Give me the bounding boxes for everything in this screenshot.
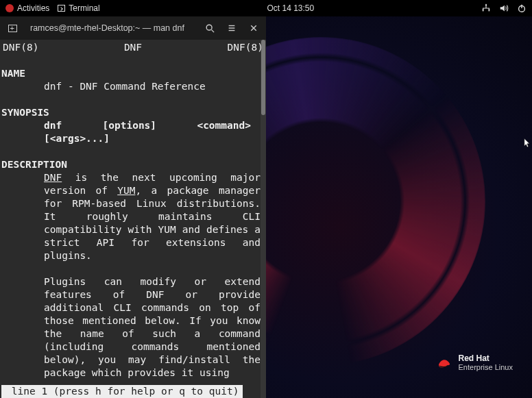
section-description: DESCRIPTION bbox=[1, 158, 265, 171]
brand-line2: Enterprise Linux bbox=[459, 363, 513, 372]
activities-label: Activities bbox=[17, 3, 49, 13]
scrollbar-thumb[interactable] bbox=[261, 40, 265, 115]
system-tray bbox=[481, 3, 527, 13]
clock-label: Oct 14 13:50 bbox=[267, 3, 314, 13]
desc-paragraph-1: DNF is the next upcoming major version o… bbox=[1, 171, 265, 262]
terminal-icon bbox=[58, 5, 65, 12]
synopsis-line1: dnf [options] <command> bbox=[1, 119, 265, 132]
close-button[interactable] bbox=[244, 19, 263, 37]
syn-command: <command> bbox=[197, 119, 251, 132]
man-header-left: DNF(8) bbox=[3, 41, 38, 54]
svg-rect-1 bbox=[483, 9, 484, 12]
window-titlebar: ramces@mte-rhel-Desktop:~ — man dnf bbox=[0, 16, 266, 40]
pager-status-line: line 1 (press h for help or q to quit) bbox=[1, 385, 243, 398]
section-name: NAME bbox=[1, 67, 265, 80]
desktop-wallpaper: Red Hat Enterprise Linux bbox=[266, 16, 532, 398]
svg-rect-2 bbox=[488, 9, 489, 12]
close-icon bbox=[250, 24, 258, 32]
network-icon[interactable] bbox=[481, 3, 491, 13]
terminal-scrollbar[interactable] bbox=[261, 40, 266, 398]
redhat-text: Red Hat Enterprise Linux bbox=[459, 354, 513, 372]
desc-dnf-link: DNF bbox=[44, 172, 62, 183]
name-line: dnf - DNF Command Reference bbox=[1, 80, 265, 93]
new-tab-button[interactable] bbox=[3, 19, 22, 37]
volume-icon[interactable] bbox=[499, 3, 509, 13]
mouse-cursor bbox=[524, 138, 531, 149]
desc-yum-link: YUM bbox=[117, 185, 135, 196]
redhat-hat-icon bbox=[435, 356, 453, 370]
syn-options: [options] bbox=[103, 119, 157, 132]
svg-rect-0 bbox=[485, 4, 487, 7]
search-icon bbox=[205, 23, 215, 33]
svg-point-5 bbox=[206, 25, 212, 30]
terminal-viewport[interactable]: DNF(8) DNF DNF(8) NAME dnf - DNF Command… bbox=[0, 40, 266, 398]
redhat-branding: Red Hat Enterprise Linux bbox=[435, 354, 513, 372]
active-app-indicator[interactable]: Terminal bbox=[58, 3, 99, 13]
syn-cmd: dnf bbox=[44, 119, 62, 132]
search-button[interactable] bbox=[200, 19, 219, 37]
active-app-label: Terminal bbox=[69, 3, 99, 13]
menu-button[interactable] bbox=[222, 19, 241, 37]
man-header-right: DNF(8) bbox=[228, 41, 263, 54]
man-header: DNF(8) DNF DNF(8) bbox=[1, 41, 265, 54]
new-tab-icon bbox=[8, 25, 17, 32]
wallpaper-swirl bbox=[266, 37, 485, 366]
brand-line1: Red Hat bbox=[459, 354, 513, 363]
section-synopsis: SYNOPSIS bbox=[1, 106, 265, 119]
clock[interactable]: Oct 14 13:50 bbox=[267, 3, 314, 13]
terminal-window: ramces@mte-rhel-Desktop:~ — man dnf DNF(… bbox=[0, 16, 266, 398]
hamburger-icon bbox=[227, 23, 237, 33]
desc-paragraph-2: Plugins can modify or extend features of… bbox=[1, 275, 265, 380]
window-title: ramces@mte-rhel-Desktop:~ — man dnf bbox=[25, 23, 197, 33]
synopsis-line2: [<args>...] bbox=[1, 132, 265, 145]
svg-line-6 bbox=[212, 30, 215, 33]
topbar-left: Activities Terminal bbox=[5, 3, 100, 13]
gnome-topbar: Activities Terminal Oct 14 13:50 bbox=[0, 0, 532, 16]
activities-button[interactable]: Activities bbox=[5, 3, 49, 13]
power-icon[interactable] bbox=[517, 3, 527, 13]
distro-icon bbox=[5, 4, 14, 12]
man-header-center: DNF bbox=[124, 41, 142, 54]
desc-p1b: , a package manager for RPM-based Linux … bbox=[44, 185, 261, 261]
